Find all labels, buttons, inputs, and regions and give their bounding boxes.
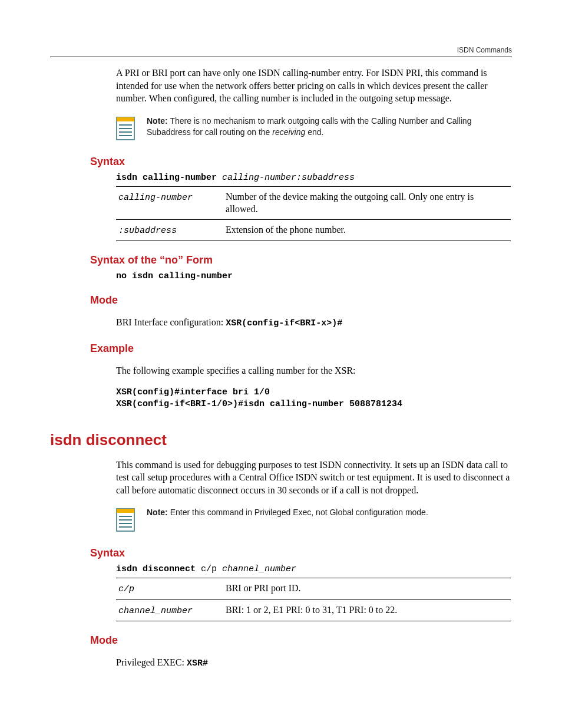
note-label: Note: <box>147 116 168 126</box>
mode-paragraph: Privileged EXEC: XSR# <box>116 656 512 670</box>
note-icon <box>116 508 135 534</box>
noform-code: no isdn calling-number <box>116 270 512 281</box>
table-row: channel_number BRI: 1 or 2, E1 PRI: 0 to… <box>116 599 511 621</box>
params-table: c/p BRI or PRI port ID. channel_number B… <box>116 578 511 621</box>
command-paragraph: This command is used for debugging purpo… <box>116 459 512 497</box>
header-rule <box>50 57 512 57</box>
syntax-line: isdn disconnect c/p channel_number <box>116 563 512 574</box>
example-text: The following example specifies a callin… <box>116 364 512 377</box>
table-row: c/p BRI or PRI port ID. <box>116 578 511 599</box>
note-icon <box>116 117 135 143</box>
syntax-heading: Syntax <box>90 156 512 168</box>
param-desc: BRI or PRI port ID. <box>223 578 511 599</box>
syntax-cmd: isdn disconnect <box>116 564 196 574</box>
param-desc: Extension of the phone number. <box>223 219 511 241</box>
mode-text: BRI Interface configuration: <box>116 317 226 327</box>
param-key: channel_number <box>118 606 193 616</box>
mode-heading: Mode <box>90 294 512 307</box>
table-row: calling-number Number of the device maki… <box>116 186 511 219</box>
syntax-line: isdn calling-number calling-number:subad… <box>116 172 512 183</box>
syntax-heading: Syntax <box>90 547 512 559</box>
svg-rect-1 <box>117 117 134 121</box>
syntax-args: calling-number:subaddress <box>217 173 355 183</box>
note-italic: receiving <box>272 127 305 137</box>
param-key: calling-number <box>118 193 193 203</box>
params-table: calling-number Number of the device maki… <box>116 186 511 241</box>
mode-paragraph: BRI Interface configuration: XSR(config-… <box>116 316 512 330</box>
note-text: Note: There is no mechanism to mark outg… <box>147 116 512 138</box>
svg-rect-7 <box>117 509 134 513</box>
note-text: Note: Enter this command in Privileged E… <box>147 507 428 518</box>
param-key: c/p <box>118 584 134 594</box>
note-body-b: end. <box>305 127 323 137</box>
param-desc: Number of the device making the outgoing… <box>223 186 511 219</box>
note-box: Note: Enter this command in Privileged E… <box>116 507 512 534</box>
mode-code: XSR# <box>187 658 208 668</box>
syntax-args: channel_number <box>222 564 296 574</box>
running-header: ISDN Commands <box>50 46 512 57</box>
mode-heading: Mode <box>90 634 512 647</box>
note-body: Enter this command in Privileged Exec, n… <box>168 508 428 517</box>
mode-code: XSR(config-if<BRI-x>)# <box>226 318 342 328</box>
intro-paragraph: A PRI or BRI port can have only one ISDN… <box>116 67 512 105</box>
syntax-plain: c/p <box>196 564 222 574</box>
note-box: Note: There is no mechanism to mark outg… <box>116 116 512 143</box>
noform-heading: Syntax of the “no” Form <box>90 254 512 266</box>
param-key: :subaddress <box>118 226 177 236</box>
code-text: no isdn calling-number <box>116 271 233 281</box>
page: ISDN Commands A PRI or BRI port can have… <box>0 0 562 728</box>
command-title: isdn disconnect <box>50 431 512 449</box>
mode-text: Privileged EXEC: <box>116 657 187 667</box>
note-label: Note: <box>147 508 168 517</box>
example-code: XSR(config)#interface bri 1/0 XSR(config… <box>116 387 512 411</box>
param-desc: BRI: 1 or 2, E1 PRI: 0 to 31, T1 PRI: 0 … <box>223 599 511 621</box>
syntax-cmd: isdn calling-number <box>116 173 217 183</box>
table-row: :subaddress Extension of the phone numbe… <box>116 219 511 241</box>
example-heading: Example <box>90 342 512 355</box>
